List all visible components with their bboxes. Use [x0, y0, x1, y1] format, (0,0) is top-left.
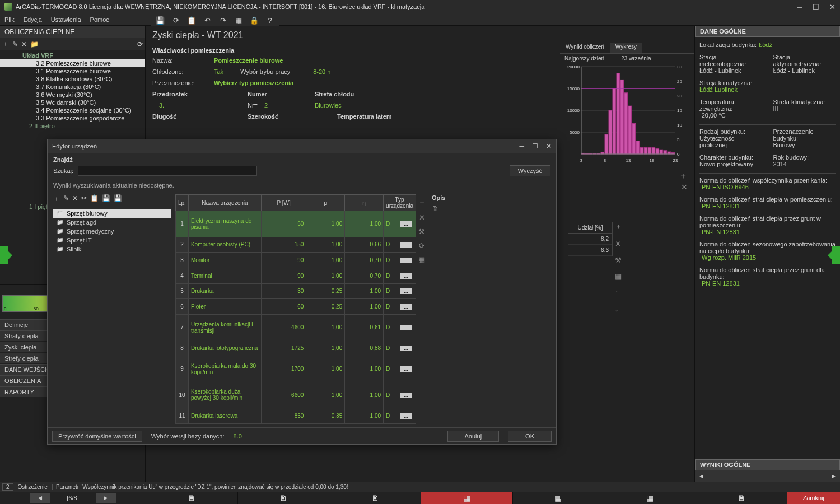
copy-icon[interactable]: 📋 — [187, 16, 196, 25]
delete-icon[interactable]: ✕ — [72, 194, 78, 206]
tree-node[interactable]: 3.3 Pomieszczenie gospodarcze — [0, 114, 145, 122]
table-row[interactable]: 10Kserokopiarka duża powyżej 30 kopii/mi… — [176, 382, 416, 408]
table-row[interactable]: 4Terminal901,000,70D... — [176, 268, 416, 283]
ok-button[interactable]: OK — [508, 431, 552, 442]
up-icon[interactable]: ↑ — [615, 288, 626, 297]
tab-results[interactable]: Wyniki obliczeń — [560, 43, 610, 53]
restore-defaults-button[interactable]: Przywróć domyślne wartości — [52, 431, 142, 442]
remove-icon[interactable]: ✕ — [615, 240, 626, 248]
menu-settings[interactable]: Ustawienia — [51, 16, 81, 23]
device-table[interactable]: Lp. Nazwa urządzenia P [W] μ η Typ urząd… — [175, 194, 416, 424]
saveall-icon[interactable]: 💾 — [114, 194, 122, 206]
delete-row-icon[interactable]: ✕ — [419, 213, 425, 222]
more-button[interactable]: ... — [400, 393, 412, 398]
tree-node[interactable]: 3.4 Pomieszczenie socjalne (30°C) — [0, 106, 145, 114]
modal-minimize-icon[interactable]: ─ — [519, 142, 524, 150]
tab-charts[interactable]: Wykresy — [610, 43, 642, 53]
status-seg[interactable]: ▦ — [512, 492, 604, 504]
tree-node[interactable]: 3.5 Wc damski (30°C) — [0, 99, 145, 106]
tree-node[interactable]: 3.2 Pomieszczenie biurowe — [0, 59, 145, 67]
close-device-icon[interactable]: ✕ — [681, 183, 688, 192]
grid-icon[interactable]: ▦ — [418, 255, 425, 264]
tree-node[interactable]: 3.7 Komunikacja (30°C) — [0, 83, 145, 91]
table-row[interactable]: 1Elektryczna maszyna do pisania501,001,0… — [176, 211, 416, 237]
refresh-icon[interactable]: ⟳ — [171, 16, 180, 25]
menu-file[interactable]: Plik — [4, 16, 15, 23]
category-item[interactable]: Sprzęt biurowy — [53, 209, 171, 218]
tree-root[interactable]: Układ VRF — [0, 52, 145, 59]
add-icon[interactable]: ＋ — [53, 194, 60, 206]
mode-value[interactable]: 8-20 h — [313, 68, 330, 75]
more-button[interactable]: ... — [400, 413, 412, 419]
status-seg-active[interactable]: ▦ — [421, 492, 512, 504]
add-icon[interactable]: ＋ — [2, 39, 9, 49]
more-button[interactable]: ... — [400, 366, 412, 372]
room-name-value[interactable]: Pomieszczenie biurowe — [214, 57, 283, 64]
add-icon[interactable]: ＋ — [615, 222, 626, 232]
help-icon[interactable]: ? — [265, 16, 274, 25]
add-device-icon[interactable]: ＋ — [679, 170, 688, 182]
down-icon[interactable]: ↓ — [615, 305, 626, 313]
status-seg[interactable]: 🗎 — [146, 492, 237, 504]
db-version-value[interactable]: 8.0 — [234, 433, 242, 440]
more-button[interactable]: ... — [400, 258, 412, 263]
save-icon[interactable]: 💾 — [102, 194, 110, 206]
menu-help[interactable]: Pomoc — [90, 16, 109, 23]
status-seg[interactable]: 🗎 — [237, 492, 329, 504]
more-button[interactable]: ... — [400, 221, 412, 227]
tree-node[interactable]: 3.6 Wc męski (30°C) — [0, 91, 145, 99]
more-button[interactable]: ... — [400, 242, 412, 248]
cancel-button[interactable]: Anuluj — [447, 431, 500, 442]
maximize-button[interactable]: ☐ — [813, 3, 819, 11]
add-row-icon[interactable]: ＋ — [418, 198, 426, 208]
page-prev-button[interactable]: ◄ — [30, 493, 50, 503]
close-button[interactable]: ✕ — [829, 3, 836, 11]
more-button[interactable]: ... — [400, 273, 412, 279]
status-seg[interactable]: 🗎 — [696, 492, 787, 504]
status-seg[interactable]: ▦ — [604, 492, 696, 504]
page-next-button[interactable]: ► — [96, 493, 116, 503]
lock-icon[interactable]: 🔒 — [250, 16, 259, 25]
table-row[interactable]: 11Drukarka laserowa8500,351,00D... — [176, 408, 416, 424]
search-input[interactable] — [78, 166, 257, 176]
table-row[interactable]: 3Monitor901,000,70D... — [176, 253, 416, 268]
folder-icon[interactable]: 📁 — [30, 40, 39, 48]
cooled-value[interactable]: Tak — [214, 68, 223, 75]
status-seg[interactable]: 🗎 — [329, 492, 421, 504]
table-row[interactable]: 2Komputer osobisty (PC)1501,000,66D... — [176, 237, 416, 253]
undo-icon[interactable]: ↶ — [203, 16, 212, 25]
table-row[interactable]: 5Drukarka300,251,00D... — [176, 283, 416, 299]
left-edge-handle[interactable] — [0, 246, 8, 264]
layers-icon[interactable]: ▦ — [234, 16, 243, 25]
grid-icon[interactable]: ▦ — [615, 272, 626, 281]
more-button[interactable]: ... — [400, 325, 412, 330]
category-item[interactable]: Sprzęt medyczny — [53, 227, 171, 236]
tree-section[interactable]: 2 II piętro — [0, 122, 145, 130]
minimize-button[interactable]: ─ — [797, 3, 802, 11]
table-row[interactable]: 6Ploter600,251,00D... — [176, 299, 416, 315]
refresh-icon[interactable]: ⟳ — [419, 241, 425, 250]
table-row[interactable]: 7Urządzenia komunikacji i transmisji4600… — [176, 314, 416, 340]
clear-button[interactable]: Wyczyść — [510, 165, 550, 176]
table-row[interactable]: 8Drukarka fototypograficzna17251,000,88D… — [176, 340, 416, 356]
scroll-left-icon[interactable]: ◄ — [698, 473, 704, 479]
right-header-2[interactable]: WYNIKI OGÓLNE — [695, 459, 840, 470]
delete-icon[interactable]: ✕ — [21, 40, 27, 48]
modal-close-icon[interactable]: ✕ — [546, 142, 552, 150]
save-icon[interactable]: 💾 — [156, 16, 165, 25]
right-header[interactable]: DANE OGÓLNE — [695, 26, 840, 37]
more-button[interactable]: ... — [400, 288, 412, 294]
tool-icon[interactable]: ⚒ — [418, 227, 425, 236]
note-icon[interactable]: 🗎 — [432, 204, 439, 213]
paste-icon[interactable]: 📋 — [90, 194, 99, 206]
category-item[interactable]: Sprzęt IT — [53, 236, 171, 245]
purpose-value[interactable]: Wybierz typ pomieszczenia — [214, 80, 293, 86]
category-item[interactable]: Silniki — [53, 245, 171, 254]
menu-edit[interactable]: Edycja — [24, 16, 42, 23]
right-edge-handle[interactable] — [832, 246, 840, 264]
cut-icon[interactable]: ✂ — [81, 194, 87, 206]
tree-node[interactable]: 3.8 Klatka schodowa (30°C) — [0, 75, 145, 83]
tree-node[interactable]: 3.1 Pomieszczenie biurowe — [0, 67, 145, 75]
category-item[interactable]: Sprzęt agd — [53, 218, 171, 227]
edit-icon[interactable]: ✎ — [12, 40, 18, 48]
